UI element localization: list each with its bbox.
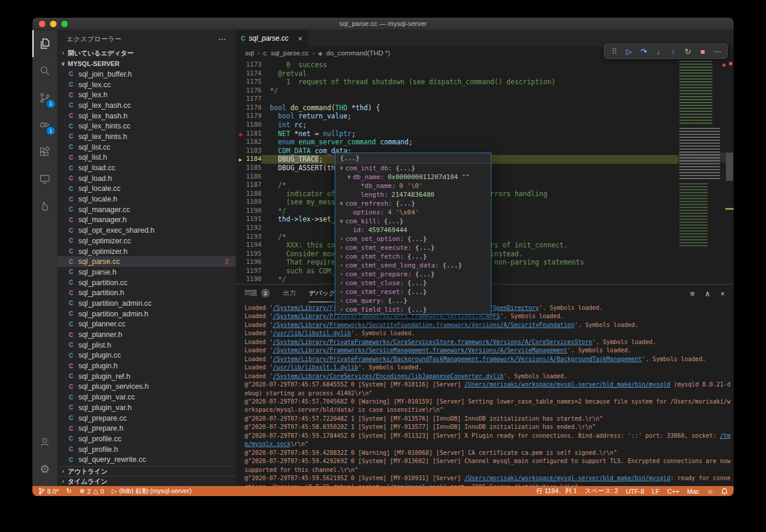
file-item[interactable]: sql_plugin_var.h: [57, 402, 236, 413]
gutter-margin[interactable]: [236, 87, 245, 95]
console-link[interactable]: /tmp/mysql.sock: [390, 484, 443, 486]
file-item[interactable]: sql_plist.h: [57, 340, 236, 351]
gutter-margin[interactable]: [236, 78, 245, 87]
notifications-button[interactable]: [721, 488, 728, 495]
overview-ruler[interactable]: [725, 60, 734, 284]
debug-step-over-button[interactable]: ↷: [637, 47, 651, 56]
variable-row[interactable]: ∨com_kill:{...}: [335, 217, 491, 226]
scrollbar-thumb[interactable]: [726, 153, 733, 181]
debug-step-into-button[interactable]: ↓: [652, 47, 665, 56]
debug-status[interactable]: ▷ (lldb) 起動 (mysql-server): [112, 487, 192, 495]
maximize-panel-icon[interactable]: ∧: [705, 289, 711, 298]
tab-sql-parse[interactable]: C sql_parse.cc ×: [236, 30, 308, 47]
activity-account[interactable]: [32, 428, 57, 455]
variable-row[interactable]: ›com_stmt_reset:{...}: [335, 288, 491, 296]
sync-indicator[interactable]: ↻: [67, 487, 72, 495]
file-item[interactable]: sql_parse.cc2: [57, 256, 236, 267]
gutter-margin[interactable]: [236, 233, 245, 242]
output-channel-icon[interactable]: ≡: [690, 289, 695, 298]
gutter-margin[interactable]: [236, 198, 245, 207]
gutter-margin[interactable]: [236, 147, 245, 156]
variable-row[interactable]: *db_name:0 '\0': [335, 181, 491, 190]
activity-run-debug[interactable]: 1: [32, 111, 57, 138]
variable-row[interactable]: ›com_query:{...}: [335, 296, 491, 305]
gutter-margin[interactable]: ▶: [236, 155, 245, 164]
debug-stop-button[interactable]: ■: [696, 47, 709, 56]
code-line[interactable]: 1174 @retval: [236, 70, 678, 78]
close-window-button[interactable]: [39, 21, 45, 27]
code-line[interactable]: 1182 enum enum_server_command command;: [236, 138, 678, 147]
twisty-icon[interactable]: ›: [338, 279, 345, 288]
file-item[interactable]: sql_parse.h: [57, 267, 236, 277]
code-line[interactable]: 1173 0 success: [236, 61, 678, 70]
gutter-margin[interactable]: [236, 215, 245, 224]
file-item[interactable]: sql_load.h: [57, 173, 236, 184]
console-link[interactable]: /System/Library/PrivateFrameworks/CoreSe…: [273, 339, 592, 345]
file-item[interactable]: sql_lex_hash.cc: [57, 100, 236, 111]
language-indicator[interactable]: C++: [667, 488, 679, 495]
file-item[interactable]: sql_optimizer.cc: [57, 236, 236, 246]
activity-search[interactable]: [32, 57, 57, 84]
file-item[interactable]: sql_lex_hash.h: [57, 111, 236, 121]
gutter-margin[interactable]: [236, 275, 245, 284]
more-actions-icon[interactable]: ⋯: [219, 35, 227, 44]
gutter-margin[interactable]: [236, 95, 245, 104]
twisty-icon[interactable]: ∨: [345, 173, 353, 181]
file-item[interactable]: sql_plugin.cc: [57, 351, 236, 361]
platform-indicator[interactable]: Mac: [687, 488, 699, 495]
file-item[interactable]: sql_opt_exec_shared.h: [57, 225, 236, 236]
console-link[interactable]: /System/Library/PrivateFrameworks/Backgr…: [273, 356, 642, 362]
console-link[interactable]: /usr/lib/libxslt.1.dylib: [273, 364, 358, 371]
file-item[interactable]: sql_optimizer.h: [57, 246, 236, 257]
breadcrumb-item[interactable]: sql_parse.cc: [270, 49, 309, 57]
code-line[interactable]: 1179 bool return_value;: [236, 112, 678, 121]
twisty-icon[interactable]: ›: [338, 305, 345, 314]
activity-extensions[interactable]: [32, 138, 57, 166]
close-tab-icon[interactable]: ×: [298, 34, 302, 43]
file-item[interactable]: sql_partition.cc: [57, 277, 236, 288]
open-editors-section[interactable]: › 開いているエディター: [57, 48, 236, 58]
console-link[interactable]: /Users/morisaki/workspace/mysql-server/b…: [464, 475, 670, 481]
code-line[interactable]: 1177: [236, 95, 678, 104]
variable-row[interactable]: options:4 '\x04': [335, 208, 491, 217]
twisty-icon[interactable]: ›: [338, 270, 345, 279]
twisty-icon[interactable]: ∨: [338, 164, 345, 173]
gutter-margin[interactable]: [236, 250, 245, 259]
variable-row[interactable]: ›com_stmt_close:{...}: [335, 279, 491, 288]
file-item[interactable]: sql_profile.h: [57, 444, 236, 455]
code-line[interactable]: 1180 int rc;: [236, 121, 678, 130]
file-item[interactable]: sql_partition_admin.h: [57, 309, 236, 319]
file-item[interactable]: sql_manager.cc: [57, 204, 236, 215]
encoding-indicator[interactable]: UTF-8: [626, 488, 644, 495]
gutter-margin[interactable]: [236, 267, 245, 276]
variable-row[interactable]: ›com_stmt_send_long_data:{...}: [335, 261, 491, 270]
variable-row[interactable]: ∨db_name:0x000000011207d104 "": [335, 173, 491, 181]
panel-tab[interactable]: 問題2: [245, 285, 270, 302]
file-item[interactable]: sql_list.cc: [57, 142, 236, 153]
variable-row[interactable]: ›com_stmt_execute:{...}: [335, 243, 491, 252]
file-item[interactable]: sql_lex.cc: [57, 80, 236, 90]
code-line[interactable]: 1176*/: [236, 87, 678, 95]
variable-row[interactable]: ∨com_init_db:{...}: [335, 164, 491, 173]
twisty-icon[interactable]: ›: [338, 261, 345, 270]
gutter-margin[interactable]: [236, 190, 245, 199]
debug-restart-button[interactable]: ↻: [681, 47, 695, 56]
cursor-position[interactable]: 行 1184、列 1: [536, 487, 577, 495]
debug-more-button[interactable]: ⋯: [711, 47, 724, 56]
activity-explorer[interactable]: [32, 30, 57, 57]
debug-continue-button[interactable]: ▷: [622, 47, 636, 56]
minimap[interactable]: [679, 61, 725, 284]
file-item[interactable]: sql_lex.h: [57, 90, 236, 100]
debug-drag-grip-button[interactable]: ⠿: [607, 47, 621, 56]
file-item[interactable]: sql_partition.h: [57, 288, 236, 298]
variable-row[interactable]: length:21474836480: [335, 190, 491, 199]
file-item[interactable]: sql_lex_hints.h: [57, 131, 236, 142]
problems-indicator[interactable]: ⊗2 △0: [80, 487, 104, 495]
debug-step-out-button[interactable]: ↑: [666, 47, 680, 56]
gutter-margin[interactable]: [236, 164, 245, 173]
breadcrumb-item[interactable]: sql: [245, 49, 254, 57]
code-line[interactable]: 1178bool do_command(THD *thd) {: [236, 104, 678, 113]
gutter-margin[interactable]: [236, 61, 245, 70]
file-item[interactable]: sql_plugin_ref.h: [57, 371, 236, 382]
file-item[interactable]: sql_plugin_services.h: [57, 382, 236, 392]
